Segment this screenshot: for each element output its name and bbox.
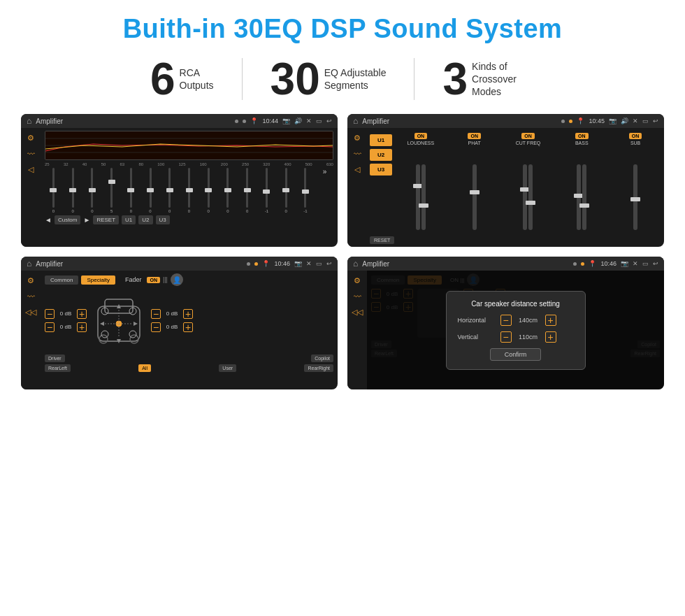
screen1-back-icon[interactable]: ↩ [326,117,332,124]
u1-button[interactable]: U1 [370,134,392,146]
amp-sub: ON SUB [610,133,661,230]
bass-slider-1[interactable] [577,164,581,230]
vol-fl-minus[interactable]: − [45,309,55,319]
screen3-vol-left-icon[interactable]: ◁◁ [25,308,36,317]
horizontal-plus-btn[interactable]: + [545,315,556,326]
user-btn[interactable]: User [219,364,236,372]
bass-slider-2[interactable] [582,164,586,230]
u3-button[interactable]: U3 [370,164,392,176]
screen3-location-icon: 📍 [262,260,270,267]
screen2-eq-icon[interactable]: ⚙ [354,134,361,143]
common-tab[interactable]: Common [45,275,78,285]
eq-sliders: 0 0 0 5 0 0 0 0 0 0 0 -1 0 -1 » [45,168,333,213]
eq-u2-btn[interactable]: U2 [138,215,152,224]
eq-u3-btn[interactable]: U3 [156,215,170,224]
screen4-left-icons: ⚙ 〰 ◁◁ [347,271,367,389]
rearleft-btn[interactable]: RearLeft [45,364,71,372]
vol-fr-minus[interactable]: − [151,309,161,319]
screen3-eq-icon[interactable]: ⚙ [27,276,34,285]
screen4-vol-left-icon[interactable]: ◁◁ [352,308,363,317]
cutfreq-slider-1[interactable] [523,164,527,230]
screen1-eq-icon[interactable]: ⚙ [27,134,34,143]
eq-next-btn[interactable]: ► [83,216,90,224]
eq-slider-11[interactable]: 0 [238,168,256,213]
screen3-time: 10:46 [274,260,290,267]
screen4-rect-icon: ▭ [642,260,649,267]
screen1-home-icon[interactable]: ⌂ [27,116,31,126]
screen3-left-icons: ⚙ 〰 ◁◁ [21,271,41,389]
vol-rl-plus[interactable]: + [77,322,87,332]
eq-slider-6[interactable]: 0 [142,168,159,213]
screen2-home-icon[interactable]: ⌂ [353,116,358,126]
confirm-button[interactable]: Confirm [490,348,542,361]
eq-slider-4[interactable]: 5 [103,168,120,213]
eq-u1-btn[interactable]: U1 [122,215,136,224]
screen1-location-icon: 📍 [250,117,258,124]
vol-fr-plus[interactable]: + [183,309,193,319]
stat-eq-label: EQ AdjustableSegments [324,66,387,92]
loudness-slider-2[interactable] [421,164,426,230]
fader-toggle[interactable]: ON [147,277,160,283]
screen1-wave-icon[interactable]: 〰 [27,150,35,158]
vertical-minus-btn[interactable]: − [500,331,512,343]
screen4-back-icon[interactable]: ↩ [653,260,658,267]
screen4-wave-icon[interactable]: 〰 [354,292,361,301]
loudness-toggle[interactable]: ON [414,133,428,139]
eq-slider-2[interactable]: 0 [64,168,82,213]
screen3-wave-icon[interactable]: 〰 [27,292,35,301]
eq-slider-7[interactable]: 0 [161,168,178,213]
screen4-home-icon[interactable]: ⌂ [353,259,358,268]
bass-toggle[interactable]: ON [575,133,589,139]
eq-slider-8[interactable]: 0 [180,168,198,213]
driver-btn[interactable]: Driver [45,354,65,362]
sub-label: SUB [630,141,640,145]
phat-slider[interactable] [473,164,477,230]
sub-slider[interactable] [633,164,637,230]
screen1-app-title: Amplifier [36,117,231,125]
eq-slider-12[interactable]: -1 [258,168,275,213]
phat-toggle[interactable]: ON [468,133,481,139]
eq-slider-more[interactable]: » [316,168,333,213]
eq-reset-btn[interactable]: RESET [93,215,119,224]
loudness-label: LOUDNESS [408,141,435,145]
screen4-eq-icon[interactable]: ⚙ [354,276,361,285]
eq-custom-btn[interactable]: Custom [55,215,81,224]
cutfreq-toggle[interactable]: ON [521,133,535,139]
freq-32: 32 [64,162,68,166]
eq-slider-5[interactable]: 0 [122,168,140,213]
screen2-wave-icon[interactable]: 〰 [354,150,361,158]
eq-slider-13[interactable]: 0 [277,168,295,213]
u2-button[interactable]: U2 [370,149,392,161]
cutfreq-slider-2[interactable] [528,164,533,230]
amp-reset-btn[interactable]: RESET [370,236,394,244]
vol-rr-minus[interactable]: − [151,322,161,332]
vol-rr-plus[interactable]: + [183,322,193,332]
vol-fl-plus[interactable]: + [77,309,87,319]
freq-630: 630 [326,162,333,166]
vertical-plus-btn[interactable]: + [545,331,556,343]
screen1-dot1 [235,120,238,123]
eq-prev-btn[interactable]: ◄ [45,216,52,224]
specialty-tab[interactable]: Specialty [81,275,115,285]
sub-toggle[interactable]: ON [629,133,642,139]
screen3-home-icon[interactable]: ⌂ [27,259,31,268]
profile-icon[interactable]: 👤 [171,273,183,286]
vol-rl-minus[interactable]: − [45,322,55,332]
rearright-btn[interactable]: RearRight [304,364,333,372]
amp-loudness: ON LOUDNESS [395,133,447,230]
screen2-vol-left-icon[interactable]: ◁ [354,165,360,174]
dialog-confirm-row: Confirm [458,348,574,361]
eq-slider-10[interactable]: 0 [219,168,237,213]
eq-slider-3[interactable]: 0 [83,168,101,213]
eq-slider-9[interactable]: 0 [200,168,217,213]
all-btn[interactable]: All [138,364,151,372]
screen3-back-icon[interactable]: ↩ [326,260,332,267]
freq-125: 125 [178,162,185,166]
eq-slider-14[interactable]: -1 [297,168,315,213]
horizontal-minus-btn[interactable]: − [500,315,512,326]
copilot-btn[interactable]: Copilot [311,354,333,362]
screen1-vol-left-icon[interactable]: ◁ [28,165,34,174]
eq-slider-1[interactable]: 0 [45,168,62,213]
loudness-slider-1[interactable] [416,164,420,230]
screen2-back-icon[interactable]: ↩ [653,117,658,124]
